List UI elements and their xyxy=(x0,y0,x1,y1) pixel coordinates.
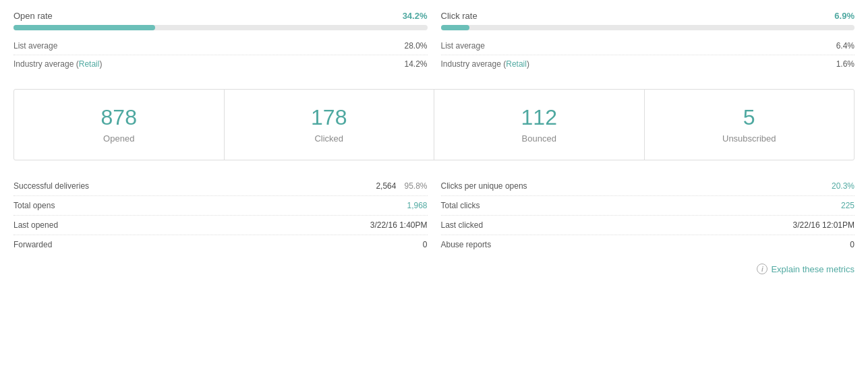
rate-stat-industry-link-open-rate[interactable]: Retail xyxy=(79,59,100,69)
stat-box-label-1: Clicked xyxy=(314,133,343,144)
metric-left-label-0: Successful deliveries xyxy=(13,181,89,191)
stat-box-label-3: Unsubscribed xyxy=(722,133,776,144)
rate-stat-label-click-rate-1: Industry average (Retail) xyxy=(441,59,529,69)
stat-box-number-3: 5 xyxy=(743,106,755,129)
rates-section: Open rate34.2%List average28.0%Industry … xyxy=(13,11,855,73)
metric-right-label-2: Last clicked xyxy=(441,220,484,230)
info-icon: i xyxy=(757,264,768,274)
stat-box-1: 178Clicked xyxy=(225,90,435,160)
rate-stat-row-click-rate-1: Industry average (Retail)1.6% xyxy=(441,55,855,73)
metrics-right-col: Clicks per unique opens20.3%Total clicks… xyxy=(441,177,855,254)
rate-block-click-rate: Click rate6.9%List average6.4%Industry a… xyxy=(441,11,855,73)
metric-left-label-2: Last opened xyxy=(13,220,58,230)
rate-stat-number-click-rate-1: 1.6% xyxy=(836,59,855,69)
metric-right-label-1: Total clicks xyxy=(441,201,480,210)
rate-stat-row-open-rate-0: List average28.0% xyxy=(13,37,428,55)
explain-metrics-link[interactable]: Explain these metrics xyxy=(771,264,855,274)
metric-right-main-3: 0 xyxy=(850,240,855,249)
metric-left-label-3: Forwarded xyxy=(13,240,52,249)
metric-right-main-1: 225 xyxy=(841,201,855,210)
metric-left-sub-0: 95.8% xyxy=(404,181,427,191)
metric-right-main-0: 20.3% xyxy=(832,181,855,191)
metric-right-values-3: 0 xyxy=(850,240,855,249)
metric-right-row-2: Last clicked3/22/16 12:01PM xyxy=(441,216,855,235)
rate-value-open-rate: 34.2% xyxy=(403,11,428,21)
rate-stat-row-click-rate-0: List average6.4% xyxy=(441,37,855,55)
metric-right-row-1: Total clicks225 xyxy=(441,196,855,216)
metric-left-main-2: 3/22/16 1:40PM xyxy=(370,220,428,230)
metrics-left-col: Successful deliveries2,56495.8%Total ope… xyxy=(13,177,428,254)
metric-left-values-2: 3/22/16 1:40PM xyxy=(370,220,428,230)
metric-left-row-1: Total opens1,968 xyxy=(13,196,428,216)
metric-left-values-1: 1,968 xyxy=(407,201,427,210)
rate-stat-industry-link-click-rate[interactable]: Retail xyxy=(506,59,527,69)
stat-box-0: 878Opened xyxy=(14,90,225,160)
stat-box-number-2: 112 xyxy=(521,106,557,129)
rate-stat-label-click-rate-0: List average xyxy=(441,41,485,51)
metric-right-values-2: 3/22/16 12:01PM xyxy=(793,220,855,230)
metric-left-main-3: 0 xyxy=(423,240,428,249)
rate-label-click-rate: Click rate xyxy=(441,11,478,21)
metric-right-label-3: Abuse reports xyxy=(441,240,492,249)
metrics-section: Successful deliveries2,56495.8%Total ope… xyxy=(13,177,855,254)
progress-bar-fill-click-rate xyxy=(441,25,469,30)
metric-left-row-2: Last opened3/22/16 1:40PM xyxy=(13,216,428,235)
metric-left-label-1: Total opens xyxy=(13,201,55,210)
metric-left-values-3: 0 xyxy=(423,240,428,249)
metric-right-main-2: 3/22/16 12:01PM xyxy=(793,220,855,230)
metric-right-row-3: Abuse reports0 xyxy=(441,235,855,254)
stat-box-label-0: Opened xyxy=(103,133,134,144)
rate-stat-label-open-rate-1: Industry average (Retail) xyxy=(13,59,102,69)
rate-stat-number-open-rate-1: 14.2% xyxy=(404,59,427,69)
progress-bar-bg-open-rate xyxy=(13,25,428,30)
rate-stat-number-click-rate-0: 6.4% xyxy=(836,41,855,51)
metric-left-row-0: Successful deliveries2,56495.8% xyxy=(13,177,428,196)
stat-box-number-0: 878 xyxy=(101,106,137,129)
metric-left-main-1: 1,968 xyxy=(407,201,427,210)
explain-footer: i Explain these metrics xyxy=(13,264,855,274)
metric-left-values-0: 2,56495.8% xyxy=(376,181,427,191)
rate-block-open-rate: Open rate34.2%List average28.0%Industry … xyxy=(13,11,428,73)
stat-box-number-1: 178 xyxy=(311,106,347,129)
stat-box-label-2: Bounced xyxy=(522,133,556,144)
metric-left-row-3: Forwarded0 xyxy=(13,235,428,254)
stat-box-2: 112Bounced xyxy=(434,90,645,160)
rate-label-open-rate: Open rate xyxy=(13,11,53,21)
rate-stat-label-open-rate-0: List average xyxy=(13,41,57,51)
rate-stat-row-open-rate-1: Industry average (Retail)14.2% xyxy=(13,55,428,73)
stats-boxes: 878Opened178Clicked112Bounced5Unsubscrib… xyxy=(13,89,855,160)
progress-bar-bg-click-rate xyxy=(441,25,855,30)
metric-right-label-0: Clicks per unique opens xyxy=(441,181,527,191)
metric-left-main-0: 2,564 xyxy=(376,181,396,191)
rate-stat-number-open-rate-0: 28.0% xyxy=(404,41,427,51)
metric-right-values-1: 225 xyxy=(841,201,855,210)
stat-box-3: 5Unsubscribed xyxy=(645,90,855,160)
metric-right-row-0: Clicks per unique opens20.3% xyxy=(441,177,855,196)
metric-right-values-0: 20.3% xyxy=(832,181,855,191)
progress-bar-fill-open-rate xyxy=(13,25,155,30)
rate-value-click-rate: 6.9% xyxy=(834,11,855,21)
